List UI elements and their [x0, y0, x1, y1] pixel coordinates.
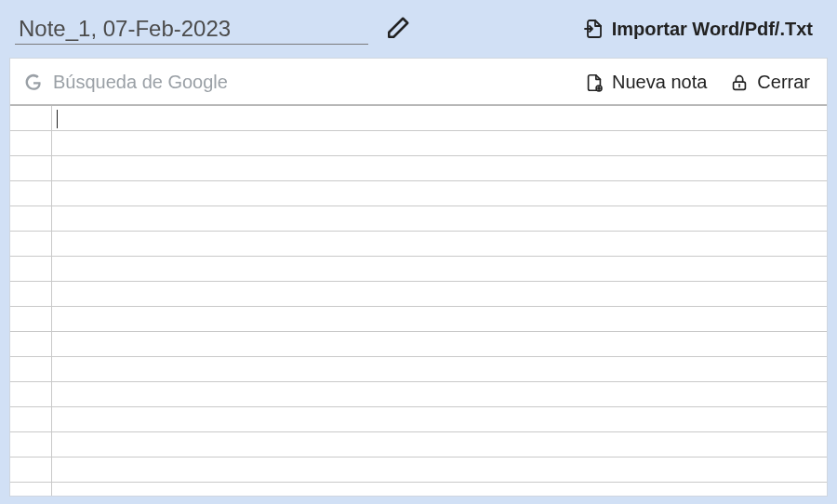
margin-line — [51, 106, 52, 496]
search-input[interactable] — [53, 72, 332, 93]
lock-icon — [729, 73, 750, 93]
import-button[interactable]: Importar Word/Pdf/.Txt — [582, 18, 822, 40]
text-cursor — [57, 110, 58, 128]
close-button[interactable]: Cerrar — [729, 72, 810, 93]
import-file-icon — [582, 18, 604, 40]
close-label: Cerrar — [757, 72, 810, 93]
toolbar: Nueva nota Cerrar — [10, 59, 827, 106]
new-note-button[interactable]: Nueva nota — [584, 72, 707, 93]
note-text-area[interactable] — [10, 106, 827, 496]
import-button-label: Importar Word/Pdf/.Txt — [612, 19, 813, 40]
app-root: Note_1, 07-Feb-2023 Importar Word/Pdf/.T… — [0, 0, 837, 504]
edit-title-button[interactable] — [379, 11, 415, 46]
title-group: Note_1, 07-Feb-2023 — [15, 11, 415, 46]
new-note-label: Nueva nota — [612, 72, 707, 93]
header-row: Note_1, 07-Feb-2023 Importar Word/Pdf/.T… — [9, 7, 828, 50]
note-title[interactable]: Note_1, 07-Feb-2023 — [15, 14, 368, 45]
pencil-icon — [383, 15, 411, 43]
toolbar-actions: Nueva nota Cerrar — [584, 72, 810, 93]
google-g-icon — [23, 73, 44, 93]
search-group — [23, 72, 332, 93]
new-note-icon — [584, 73, 604, 93]
content-card: Nueva nota Cerrar — [9, 58, 828, 497]
